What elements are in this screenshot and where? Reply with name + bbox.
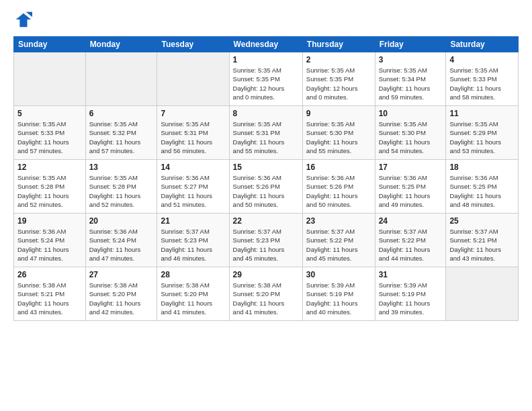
- day-number: 12: [17, 163, 82, 172]
- day-number: 29: [233, 270, 299, 279]
- day-info: Sunrise: 5:38 AMSunset: 5:20 PMDaylight:…: [161, 281, 225, 316]
- day-info: Sunrise: 5:35 AMSunset: 5:32 PMDaylight:…: [89, 120, 154, 155]
- day-info: Sunrise: 5:36 AMSunset: 5:25 PMDaylight:…: [379, 173, 443, 209]
- calendar-week-row: 26Sunrise: 5:38 AMSunset: 5:21 PMDayligh…: [14, 267, 519, 321]
- calendar-cell: 9Sunrise: 5:35 AMSunset: 5:30 PMDaylight…: [302, 106, 375, 160]
- calendar-cell: 31Sunrise: 5:39 AMSunset: 5:19 PMDayligh…: [375, 267, 446, 321]
- calendar-cell: 8Sunrise: 5:35 AMSunset: 5:31 PMDaylight…: [229, 106, 302, 160]
- logo: [13, 11, 35, 30]
- day-number: 20: [89, 216, 154, 226]
- day-info: Sunrise: 5:35 AMSunset: 5:33 PMDaylight:…: [17, 120, 82, 155]
- day-number: 25: [449, 216, 515, 226]
- day-info: Sunrise: 5:37 AMSunset: 5:23 PMDaylight:…: [233, 227, 299, 263]
- calendar-cell: 26Sunrise: 5:38 AMSunset: 5:21 PMDayligh…: [14, 267, 86, 321]
- day-info: Sunrise: 5:36 AMSunset: 5:26 PMDaylight:…: [233, 173, 299, 209]
- day-info: Sunrise: 5:35 AMSunset: 5:28 PMDaylight:…: [17, 173, 82, 209]
- day-info: Sunrise: 5:37 AMSunset: 5:23 PMDaylight:…: [161, 227, 225, 263]
- calendar-cell: 17Sunrise: 5:36 AMSunset: 5:25 PMDayligh…: [375, 160, 446, 214]
- day-info: Sunrise: 5:35 AMSunset: 5:30 PMDaylight:…: [306, 120, 371, 155]
- calendar-week-row: 19Sunrise: 5:36 AMSunset: 5:24 PMDayligh…: [14, 214, 519, 267]
- calendar-cell: 12Sunrise: 5:35 AMSunset: 5:28 PMDayligh…: [14, 160, 86, 214]
- calendar-cell: 30Sunrise: 5:39 AMSunset: 5:19 PMDayligh…: [302, 267, 375, 321]
- weekday-header: Tuesday: [157, 37, 229, 52]
- day-number: 1: [233, 55, 299, 64]
- day-info: Sunrise: 5:36 AMSunset: 5:24 PMDaylight:…: [89, 227, 154, 263]
- calendar-week-row: 5Sunrise: 5:35 AMSunset: 5:33 PMDaylight…: [14, 106, 519, 160]
- day-number: 17: [379, 163, 443, 172]
- day-number: 31: [379, 270, 443, 279]
- day-number: 8: [233, 109, 299, 118]
- day-number: 26: [17, 270, 82, 279]
- calendar-cell: 7Sunrise: 5:35 AMSunset: 5:31 PMDaylight…: [157, 106, 229, 160]
- day-number: 2: [306, 55, 371, 64]
- calendar-cell: 18Sunrise: 5:36 AMSunset: 5:25 PMDayligh…: [446, 160, 519, 214]
- calendar-cell: 20Sunrise: 5:36 AMSunset: 5:24 PMDayligh…: [85, 214, 157, 267]
- calendar-cell: 15Sunrise: 5:36 AMSunset: 5:26 PMDayligh…: [229, 160, 302, 214]
- day-number: 5: [17, 109, 82, 118]
- day-info: Sunrise: 5:35 AMSunset: 5:28 PMDaylight:…: [89, 173, 154, 209]
- day-info: Sunrise: 5:35 AMSunset: 5:34 PMDaylight:…: [379, 66, 443, 101]
- day-number: 6: [89, 109, 154, 118]
- calendar-cell: 23Sunrise: 5:37 AMSunset: 5:22 PMDayligh…: [302, 214, 375, 267]
- calendar-cell: [446, 267, 519, 321]
- day-info: Sunrise: 5:36 AMSunset: 5:24 PMDaylight:…: [17, 227, 82, 263]
- calendar-cell: 11Sunrise: 5:35 AMSunset: 5:29 PMDayligh…: [446, 106, 519, 160]
- calendar-cell: 1Sunrise: 5:35 AMSunset: 5:35 PMDaylight…: [229, 52, 302, 106]
- day-number: 15: [233, 163, 299, 172]
- day-info: Sunrise: 5:35 AMSunset: 5:31 PMDaylight:…: [233, 120, 299, 155]
- calendar-cell: 24Sunrise: 5:37 AMSunset: 5:22 PMDayligh…: [375, 214, 446, 267]
- calendar-cell: 25Sunrise: 5:37 AMSunset: 5:21 PMDayligh…: [446, 214, 519, 267]
- day-info: Sunrise: 5:35 AMSunset: 5:30 PMDaylight:…: [379, 120, 443, 155]
- day-number: 16: [306, 163, 371, 172]
- day-info: Sunrise: 5:35 AMSunset: 5:33 PMDaylight:…: [449, 66, 515, 101]
- day-number: 18: [449, 163, 515, 172]
- weekday-header: Wednesday: [229, 37, 302, 52]
- calendar-cell: [157, 52, 229, 106]
- calendar-cell: 16Sunrise: 5:36 AMSunset: 5:26 PMDayligh…: [302, 160, 375, 214]
- day-info: Sunrise: 5:36 AMSunset: 5:26 PMDaylight:…: [306, 173, 371, 209]
- day-info: Sunrise: 5:37 AMSunset: 5:21 PMDaylight:…: [449, 227, 515, 263]
- day-number: 27: [89, 270, 154, 279]
- day-info: Sunrise: 5:36 AMSunset: 5:25 PMDaylight:…: [449, 173, 515, 209]
- day-info: Sunrise: 5:39 AMSunset: 5:19 PMDaylight:…: [306, 281, 371, 316]
- day-number: 21: [161, 216, 225, 226]
- logo-icon: [13, 11, 32, 30]
- day-info: Sunrise: 5:37 AMSunset: 5:22 PMDaylight:…: [379, 227, 443, 263]
- calendar-cell: 19Sunrise: 5:36 AMSunset: 5:24 PMDayligh…: [14, 214, 86, 267]
- calendar-cell: 2Sunrise: 5:35 AMSunset: 5:35 PMDaylight…: [302, 52, 375, 106]
- calendar-week-row: 1Sunrise: 5:35 AMSunset: 5:35 PMDaylight…: [14, 52, 519, 106]
- calendar-cell: 6Sunrise: 5:35 AMSunset: 5:32 PMDaylight…: [85, 106, 157, 160]
- calendar-cell: 4Sunrise: 5:35 AMSunset: 5:33 PMDaylight…: [446, 52, 519, 106]
- day-number: 19: [17, 216, 82, 226]
- page-header: [13, 11, 519, 30]
- calendar-table: SundayMondayTuesdayWednesdayThursdayFrid…: [13, 36, 519, 321]
- day-number: 30: [306, 270, 371, 279]
- day-number: 11: [449, 109, 515, 118]
- calendar-cell: 13Sunrise: 5:35 AMSunset: 5:28 PMDayligh…: [85, 160, 157, 214]
- weekday-header: Saturday: [446, 37, 519, 52]
- day-number: 7: [161, 109, 225, 118]
- weekday-header: Sunday: [14, 37, 86, 52]
- calendar-week-row: 12Sunrise: 5:35 AMSunset: 5:28 PMDayligh…: [14, 160, 519, 214]
- calendar-cell: 28Sunrise: 5:38 AMSunset: 5:20 PMDayligh…: [157, 267, 229, 321]
- day-info: Sunrise: 5:37 AMSunset: 5:22 PMDaylight:…: [306, 227, 371, 263]
- day-info: Sunrise: 5:35 AMSunset: 5:31 PMDaylight:…: [161, 120, 225, 155]
- day-info: Sunrise: 5:38 AMSunset: 5:21 PMDaylight:…: [17, 281, 82, 316]
- weekday-header: Friday: [375, 37, 446, 52]
- day-number: 3: [379, 55, 443, 64]
- calendar-cell: 29Sunrise: 5:38 AMSunset: 5:20 PMDayligh…: [229, 267, 302, 321]
- calendar-cell: 22Sunrise: 5:37 AMSunset: 5:23 PMDayligh…: [229, 214, 302, 267]
- calendar-cell: 3Sunrise: 5:35 AMSunset: 5:34 PMDaylight…: [375, 52, 446, 106]
- day-number: 22: [233, 216, 299, 226]
- day-info: Sunrise: 5:35 AMSunset: 5:35 PMDaylight:…: [233, 66, 299, 101]
- weekday-header: Monday: [85, 37, 157, 52]
- day-info: Sunrise: 5:38 AMSunset: 5:20 PMDaylight:…: [89, 281, 154, 316]
- day-info: Sunrise: 5:36 AMSunset: 5:27 PMDaylight:…: [161, 173, 225, 209]
- day-number: 14: [161, 163, 225, 172]
- day-number: 9: [306, 109, 371, 118]
- calendar-cell: 10Sunrise: 5:35 AMSunset: 5:30 PMDayligh…: [375, 106, 446, 160]
- day-info: Sunrise: 5:39 AMSunset: 5:19 PMDaylight:…: [379, 281, 443, 316]
- calendar-header-row: SundayMondayTuesdayWednesdayThursdayFrid…: [14, 37, 519, 52]
- day-number: 24: [379, 216, 443, 226]
- day-number: 10: [379, 109, 443, 118]
